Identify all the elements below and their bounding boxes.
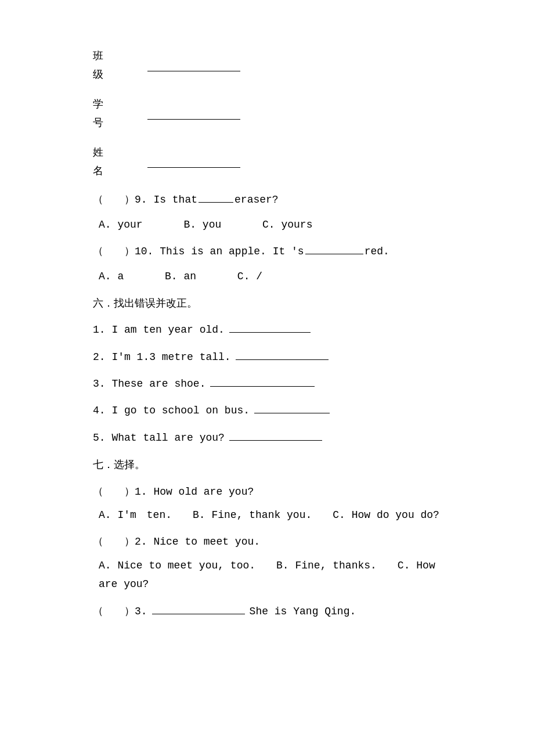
choice-question-2: （ ）2. Nice to meet you. [93, 532, 441, 551]
q10-option-c: C. / [237, 271, 262, 282]
q9-option-a: A. your [99, 219, 143, 231]
student-id-label: 学 号 [93, 95, 145, 132]
choice-3-after: She is Yang Qing. [250, 602, 356, 621]
name-label: 姓 名 [93, 143, 145, 181]
class-field-row: 班 级 [93, 46, 441, 84]
choice-question-3: （ ）3. She is Yang Qing. [93, 602, 441, 621]
student-id-underline [147, 107, 240, 120]
choice-question-1: （ ）1. How old are you? [93, 483, 441, 501]
name-field-row: 姓 名 [93, 143, 441, 181]
error-item-4: 4. I go to school on bus. [93, 401, 441, 420]
question-9-line: （ ）9. Is that eraser? [93, 190, 441, 209]
q10-option-b: B. an [165, 271, 196, 282]
question-9-blank[interactable] [199, 191, 233, 203]
student-id-field-row: 学 号 [93, 95, 441, 132]
error-3-blank[interactable] [210, 375, 315, 387]
error-5-blank[interactable] [229, 429, 322, 441]
error-2-blank[interactable] [236, 348, 329, 360]
error-4-blank[interactable] [254, 402, 330, 413]
question-10-text: red. [365, 242, 389, 261]
choice-2-options-line2: are you? [99, 575, 441, 593]
section-7: 七．选择。 （ ）1. How old are you? A. I'm ten.… [93, 455, 441, 621]
question-9-text: eraser? [234, 190, 279, 209]
class-underline [147, 59, 240, 71]
name-underline [147, 155, 240, 168]
choice-2-options: A. Nice to meet you, too. B. Fine, thank… [99, 556, 441, 594]
error-item-2: 2. I'm 1.3 metre tall. [93, 348, 441, 366]
c1-option-b: B. Fine, thank you. [193, 509, 333, 521]
error-1-text: 1. I am ten year old. [93, 321, 225, 339]
question-9-options: A. your B. you C. yours [99, 215, 441, 234]
class-label: 班 级 [93, 46, 145, 84]
error-item-5: 5. What tall are you? [93, 429, 441, 447]
section-7-header: 七．选择。 [93, 455, 441, 474]
section-6: 六．找出错误并改正。 1. I am ten year old. 2. I'm … [93, 294, 441, 447]
choice-2-paren: （ ）2. Nice to meet you. [93, 536, 260, 548]
question-10-block: （ ）10. This is an apple. It 's red. A. a… [93, 242, 441, 286]
question-10-blank[interactable] [305, 243, 363, 254]
q9-option-b: B. you [183, 219, 221, 231]
choice-3-blank[interactable] [152, 603, 245, 614]
question-10-paren: （ ）10. This is an apple. It 's [93, 242, 304, 261]
question-9-paren: （ ）9. Is that [93, 190, 197, 209]
choice-2-options-line1: A. Nice to meet you, too. B. Fine, thank… [99, 556, 441, 575]
question-9-block: （ ）9. Is that eraser? A. your B. you C. … [93, 190, 441, 234]
question-10-line: （ ）10. This is an apple. It 's red. [93, 242, 441, 261]
choice-1-paren: （ ）1. How old are you? [93, 486, 254, 498]
error-2-text: 2. I'm 1.3 metre tall. [93, 348, 231, 366]
q9-option-c: C. yours [262, 219, 312, 231]
c1-option-c: C. How do you do? [333, 509, 439, 521]
error-5-text: 5. What tall are you? [93, 429, 225, 447]
c1-option-a: A. I'm ten. [99, 509, 193, 521]
section-6-header: 六．找出错误并改正。 [93, 294, 441, 312]
choice-1-options: A. I'm ten. B. Fine, thank you. C. How d… [99, 506, 441, 524]
error-4-text: 4. I go to school on bus. [93, 401, 250, 420]
error-item-1: 1. I am ten year old. [93, 321, 441, 339]
question-10-options: A. a B. an C. / [99, 267, 441, 286]
choice-3-paren: （ ）3. [93, 602, 147, 621]
error-item-3: 3. These are shoe. [93, 375, 441, 393]
q10-option-a: A. a [99, 271, 124, 282]
error-1-blank[interactable] [229, 321, 311, 333]
error-3-text: 3. These are shoe. [93, 375, 205, 393]
